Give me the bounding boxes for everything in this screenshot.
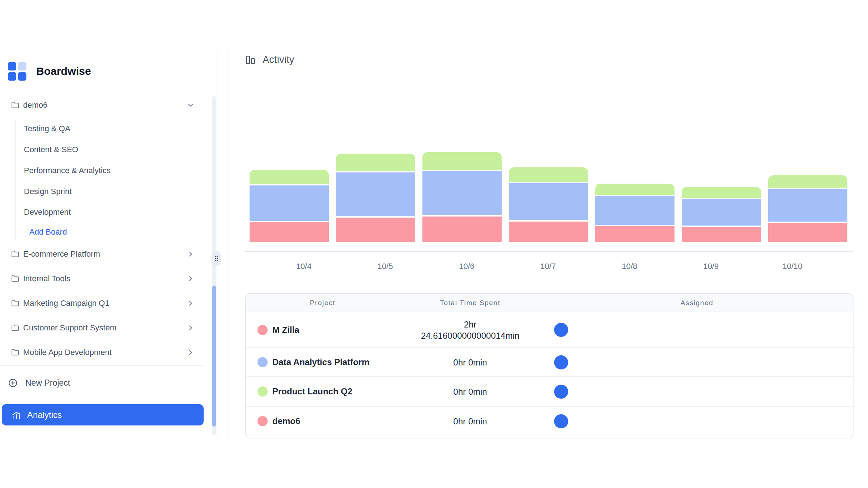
grip-dots-icon: [214, 254, 219, 262]
time-value-line: 24.616000000000014min: [421, 330, 519, 341]
table-row[interactable]: Data Analytics Platform 0hr 0min: [246, 348, 853, 377]
chart-bar-10/7[interactable]: [509, 148, 588, 242]
bar-segment-product-launch-q2[interactable]: [595, 184, 675, 195]
sidebar-board-item[interactable]: Content & SEO: [24, 142, 176, 158]
bar-segment-m-zilla[interactable]: [336, 218, 415, 242]
folder-icon: [11, 275, 19, 283]
logo-square: [8, 72, 16, 81]
bar-segment-data-analytics-platform[interactable]: [595, 196, 675, 225]
project-label: Internal Tools: [23, 274, 70, 283]
assignee-avatar[interactable]: [554, 414, 568, 428]
brand-name: Boardwise: [36, 65, 91, 77]
new-project-button[interactable]: New Project: [0, 374, 204, 391]
chart-x-axis: [245, 251, 854, 252]
sidebar-divider: [0, 398, 204, 398]
chevron-right-icon[interactable]: [187, 324, 195, 332]
bar-segment-m-zilla[interactable]: [509, 222, 588, 242]
chart-bar-10/8[interactable]: [595, 148, 675, 242]
chart-bar-10/4[interactable]: [250, 148, 329, 242]
time-value-line: 0hr 0min: [453, 416, 487, 427]
bar-segment-product-launch-q2[interactable]: [682, 187, 761, 198]
total-time-cell: 0hr 0min: [399, 407, 541, 436]
bar-segment-product-launch-q2[interactable]: [422, 152, 502, 170]
add-board-button[interactable]: Add Board: [29, 224, 181, 240]
assignee-avatar[interactable]: [554, 323, 568, 337]
bar-segment-m-zilla[interactable]: [422, 217, 502, 242]
sidebar-item-analytics[interactable]: Analytics: [2, 404, 204, 425]
project-color-dot: [258, 386, 268, 397]
total-time-cell: 2hr24.616000000000014min: [399, 312, 541, 347]
assignee-avatar[interactable]: [554, 355, 568, 369]
sidebar-scrollbar-thumb[interactable]: [212, 286, 216, 427]
activity-header: Activity: [245, 54, 294, 65]
chart-bar-10/10[interactable]: [768, 148, 847, 242]
sidebar-board-item[interactable]: Testing & QA: [24, 121, 176, 137]
x-axis-label: 10/9: [689, 262, 733, 271]
board-label: Content & SEO: [24, 145, 78, 154]
sidebar-item-e-commerce-platform[interactable]: E-commerce Platform: [0, 245, 204, 263]
x-axis-label: 10/4: [282, 262, 326, 271]
bar-segment-product-launch-q2[interactable]: [509, 167, 588, 182]
board-list-guide-line: [15, 119, 16, 241]
chevron-right-icon[interactable]: [187, 299, 195, 307]
bar-segment-data-analytics-platform[interactable]: [336, 172, 415, 216]
projects-table: Project Total Time Spent Assigned M Zill…: [245, 293, 854, 438]
main-left-border: [229, 50, 229, 438]
logo-square: [18, 62, 26, 70]
sidebar-board-item[interactable]: Design Sprint: [24, 184, 176, 200]
time-value-line: 2hr: [464, 319, 477, 330]
sidebar-item-marketing-campaign-q1[interactable]: Marketing Campaign Q1: [0, 294, 204, 312]
bar-segment-product-launch-q2[interactable]: [336, 154, 415, 171]
table-row[interactable]: M Zilla 2hr24.616000000000014min: [246, 312, 853, 348]
sidebar-right-border: [217, 49, 217, 438]
folder-icon: [11, 324, 19, 332]
bar-segment-data-analytics-platform[interactable]: [682, 199, 761, 226]
logo-square: [18, 72, 26, 81]
assigned-cell: [541, 348, 853, 376]
sidebar-item-internal-tools[interactable]: Internal Tools: [0, 270, 204, 288]
sidebar-board-item[interactable]: Development: [24, 204, 176, 220]
chevron-down-icon[interactable]: [187, 101, 195, 109]
chevron-right-icon[interactable]: [187, 275, 195, 283]
table-body: M Zilla 2hr24.616000000000014min Data An…: [246, 312, 853, 436]
new-project-label: New Project: [25, 378, 70, 388]
bar-segment-m-zilla[interactable]: [682, 227, 761, 242]
table-row[interactable]: Product Launch Q2 0hr 0min: [246, 377, 853, 407]
sidebar-resize-handle[interactable]: [212, 251, 221, 266]
project-cell: Data Analytics Platform: [246, 348, 399, 376]
sidebar-bottom-divider: [0, 428, 217, 428]
chart-bar-10/6[interactable]: [422, 148, 502, 242]
bar-segment-data-analytics-platform[interactable]: [422, 171, 502, 215]
chart-bar-10/9[interactable]: [682, 148, 761, 242]
total-time-cell: 0hr 0min: [399, 348, 541, 376]
logo-square: [8, 62, 16, 70]
project-color-dot: [258, 416, 268, 426]
activity-title: Activity: [263, 54, 294, 65]
board-label: Design Sprint: [24, 187, 72, 196]
sidebar-item-demo6[interactable]: demo6: [0, 96, 204, 114]
table-row[interactable]: demo6 0hr 0min: [246, 407, 853, 436]
sidebar-divider: [0, 365, 204, 366]
folder-icon: [11, 101, 19, 109]
sidebar-item-mobile-app-development[interactable]: Mobile App Development: [0, 343, 204, 361]
bar-segment-data-analytics-platform[interactable]: [250, 185, 329, 221]
project-color-dot: [258, 357, 268, 367]
bar-segment-data-analytics-platform[interactable]: [509, 183, 588, 220]
sidebar-item-customer-support-system[interactable]: Customer Support System: [0, 319, 204, 337]
bar-chart-icon: [245, 54, 256, 65]
chart-bar-10/5[interactable]: [336, 148, 415, 242]
project-color-dot: [258, 325, 268, 335]
bar-segment-product-launch-q2[interactable]: [768, 175, 847, 188]
col-header-project: Project: [246, 294, 399, 312]
bar-segment-product-launch-q2[interactable]: [250, 170, 329, 184]
chevron-right-icon[interactable]: [187, 250, 195, 258]
assignee-avatar[interactable]: [554, 385, 568, 399]
bar-segment-data-analytics-platform[interactable]: [768, 189, 847, 222]
bar-segment-m-zilla[interactable]: [595, 226, 675, 242]
chevron-right-icon[interactable]: [187, 348, 195, 356]
bar-segment-m-zilla[interactable]: [250, 222, 329, 242]
x-axis-label: 10/8: [608, 262, 651, 271]
sidebar-board-item[interactable]: Performance & Analytics: [24, 163, 176, 179]
project-name: demo6: [272, 416, 300, 426]
bar-segment-m-zilla[interactable]: [768, 223, 847, 242]
